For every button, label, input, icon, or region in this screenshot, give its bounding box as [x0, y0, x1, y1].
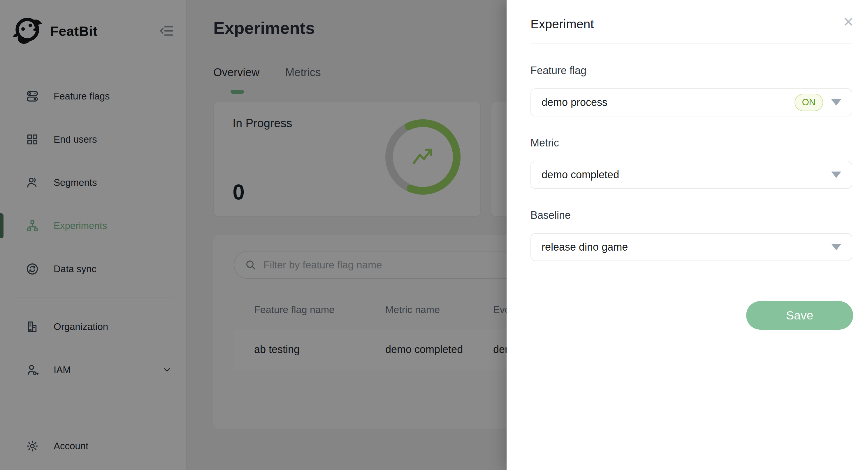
feature-flag-select[interactable]: demo process ON — [530, 88, 852, 116]
dropdown-caret-icon — [831, 172, 841, 178]
drawer-divider — [530, 43, 852, 44]
feature-flag-label: Feature flag — [530, 64, 852, 77]
experiment-drawer: Experiment ✕ Feature flag demo process O… — [506, 0, 868, 470]
metric-value: demo completed — [541, 169, 619, 181]
save-button[interactable]: Save — [746, 301, 853, 330]
metric-select[interactable]: demo completed — [530, 161, 852, 189]
baseline-value: release dino game — [541, 241, 628, 253]
drawer-title: Experiment — [530, 17, 852, 31]
feature-flag-value: demo process — [541, 96, 608, 109]
drawer-header: Experiment ✕ — [530, 0, 852, 31]
baseline-label: Baseline — [530, 209, 852, 222]
baseline-select[interactable]: release dino game — [530, 233, 852, 261]
dropdown-caret-icon — [831, 99, 841, 106]
close-icon[interactable]: ✕ — [843, 15, 854, 29]
flag-on-badge: ON — [795, 94, 824, 111]
metric-label: Metric — [530, 137, 852, 149]
dropdown-caret-icon — [831, 244, 841, 250]
